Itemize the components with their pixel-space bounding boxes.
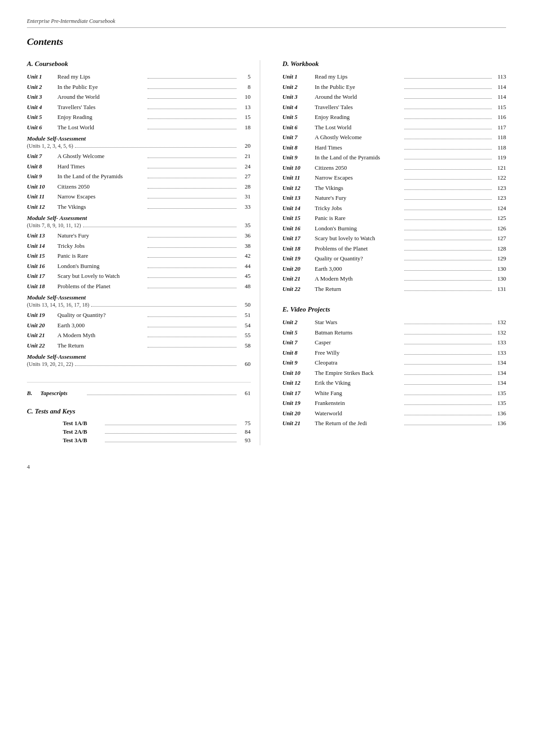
test-entry: Test 1A/B75 [63,420,251,427]
list-item: Unit 7A Ghostly Welcome21 [27,152,251,161]
list-item: Unit 18Problems of the Planet48 [27,282,251,291]
module3-sub-line: (Units 13, 14, 15, 16, 17, 18) 50 [27,301,251,309]
list-item: Unit 13Nature's Fury123 [283,193,507,202]
module3-page: 50 [238,301,251,308]
module1-sub: (Units 1, 2, 3, 4, 5, 6) [27,143,73,149]
right-column: D. Workbook Unit 1Read my Lips113Unit 2I… [278,60,507,445]
list-item: Unit 3Around the World114 [283,92,507,101]
list-item: Unit 16London's Burning44 [27,262,251,271]
list-item: Unit 12Erik the Viking134 [283,378,507,387]
list-item: Unit 7A Ghostly Welcome118 [283,133,507,142]
module2-page: 35 [238,222,251,229]
list-item: Unit 19Quality or Quantity?51 [27,311,251,320]
list-item: Unit 17Scary but Lovely to Watch45 [27,272,251,281]
list-item: Unit 21The Return of the Jedi136 [283,419,507,428]
section-b-label: Tapescripts [40,389,85,398]
section-a-entries1: Unit 1Read my Lips5Unit 2In the Public E… [27,72,251,132]
list-item: Unit 10Citizens 2050121 [283,163,507,172]
section-b-dots [87,395,236,395]
module4-sub-line: (Units 19, 20, 21, 22) 60 [27,360,251,369]
module3-sub: (Units 13, 14, 15, 16, 17, 18) [27,302,89,308]
module3-dots [91,306,236,307]
module3: Module Self-Assessment (Units 13, 14, 15… [27,294,251,309]
section-a-entries2: Unit 7A Ghostly Welcome21Unit 8Hard Time… [27,152,251,211]
list-item: Unit 14Tricky Jobs124 [283,204,507,213]
test-entry: Test 2A/B84 [63,428,251,435]
list-item: Unit 2In the Public Eye8 [27,83,251,92]
list-item: Unit 17Scary but lovely to Watch127 [283,234,507,243]
list-item: Unit 15Panic is Rare42 [27,251,251,260]
section-a-heading: A. Coursebook [27,60,251,68]
section-e: E. Video Projects Unit 2Star Wars132Unit… [283,306,507,428]
list-item: Unit 22The Return58 [27,341,251,350]
section-a-entries4: Unit 19Quality or Quantity?51Unit 20Eart… [27,311,251,350]
section-c-heading: C. Tests and Keys [27,408,251,415]
list-item: Unit 14Tricky Jobs38 [27,242,251,251]
list-item: Unit 22The Return131 [283,285,507,294]
list-item: Unit 13Nature's Fury36 [27,231,251,240]
list-item: Unit 4Travellers' Tales13 [27,103,251,112]
list-item: Unit 4Travellers' Tales115 [283,103,507,112]
list-item: Unit 1Read my Lips113 [283,72,507,81]
module1-sub-line: (Units 1, 2, 3, 4, 5, 6) 20 [27,142,251,150]
list-item: Unit 8Hard Times24 [27,162,251,171]
list-item: Unit 5Enjoy Reading15 [27,113,251,122]
list-item: Unit 6The Lost World117 [283,123,507,132]
module2-dots [83,227,236,227]
list-item: Unit 18Problems of the Planet128 [283,244,507,253]
module1-page: 20 [238,142,251,149]
section-e-entries: Unit 2Star Wars132Unit 5Batman Returns13… [283,318,507,428]
list-item: Unit 16London's Burning126 [283,224,507,233]
list-item: Unit 21A Modern Myth130 [283,274,507,283]
list-item: Unit 9In the Land of the Pyramids27 [27,172,251,181]
test-entries: Test 1A/B75Test 2A/B84Test 3A/B93 [63,420,251,444]
section-d-entries: Unit 1Read my Lips113Unit 2In the Public… [283,72,507,293]
list-item: Unit 9Cleopatra134 [283,358,507,367]
list-item: Unit 19Frankenstein135 [283,399,507,408]
module4-page: 60 [238,360,251,368]
module2-sub: (Units 7, 8, 9, 10, 11, 12) [27,222,81,229]
module2: Module Self- Assessment (Units 7, 8, 9, … [27,215,251,230]
module2-title: Module Self- Assessment [27,215,251,222]
list-item: Unit 11Narrow Escapes122 [283,173,507,182]
left-column: A. Coursebook Unit 1Read my Lips5Unit 2I… [27,60,260,445]
module4-sub: (Units 19, 20, 21, 22) [27,361,73,368]
module1-dots [75,147,236,148]
section-e-heading: E. Video Projects [283,306,507,313]
list-item: Unit 7Casper133 [283,338,507,347]
section-a-entries3: Unit 13Nature's Fury36Unit 14Tricky Jobs… [27,231,251,290]
module3-title: Module Self-Assessment [27,294,251,301]
section-b-entry: B. Tapescripts 61 [27,389,251,398]
list-item: Unit 1Read my Lips5 [27,72,251,81]
contents-layout: A. Coursebook Unit 1Read my Lips5Unit 2I… [27,60,506,445]
book-title: Enterprise Pre-Intermediate Coursebook [27,18,506,28]
module1-title: Module Self-Assessment [27,135,251,142]
list-item: Unit 20Waterworld136 [283,409,507,418]
module2-sub-line: (Units 7, 8, 9, 10, 11, 12) 35 [27,222,251,230]
test-entry: Test 3A/B93 [63,437,251,444]
list-item: Unit 15Panic is Rare125 [283,214,507,223]
page-heading: Contents [27,36,506,48]
list-item: Unit 9In the Land of the Pyramids119 [283,153,507,162]
list-item: Unit 10Citizens 205028 [27,182,251,191]
list-item: Unit 10The Empire Strikes Back134 [283,369,507,378]
module4-dots [75,365,236,366]
list-item: Unit 5Batman Returns132 [283,328,507,337]
list-item: Unit 20Earth 3,000130 [283,264,507,273]
list-item: Unit 19Quality or Quantity?129 [283,254,507,263]
list-item: Unit 17White Fang135 [283,389,507,398]
list-item: Unit 2Star Wars132 [283,318,507,327]
module4-title: Module Self-Assessment [27,353,251,360]
section-b: B. Tapescripts 61 [27,382,251,398]
page-footer: 4 [27,463,506,470]
list-item: Unit 3Around the World10 [27,92,251,101]
section-b-page: 61 [238,389,251,398]
list-item: Unit 20Earth 3,00054 [27,321,251,330]
section-d-heading: D. Workbook [283,60,507,68]
list-item: Unit 11Narrow Escapes31 [27,192,251,201]
list-item: Unit 21A Modern Myth55 [27,331,251,340]
module1: Module Self-Assessment (Units 1, 2, 3, 4… [27,135,251,150]
list-item: Unit 12The Vikings123 [283,184,507,193]
list-item: Unit 6The Lost World18 [27,123,251,132]
section-b-heading: B. [27,389,40,398]
